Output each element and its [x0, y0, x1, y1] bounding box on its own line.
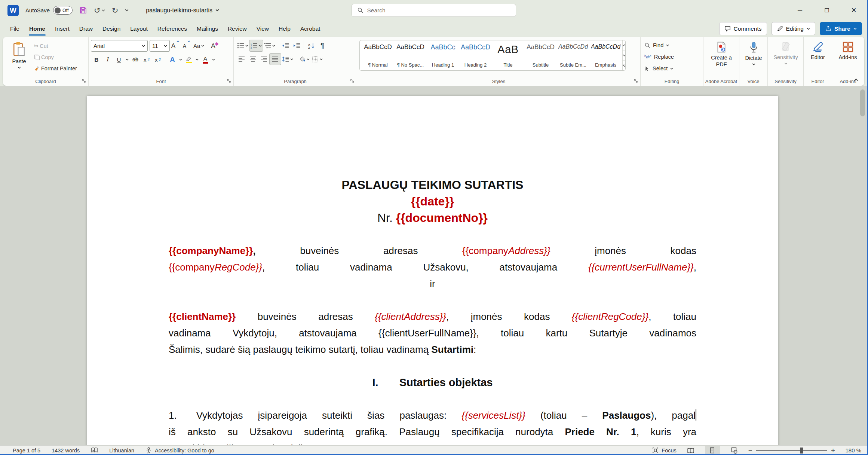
- tab-home[interactable]: Home: [24, 21, 50, 37]
- tab-design[interactable]: Design: [98, 21, 125, 37]
- redo-button[interactable]: ↻: [112, 6, 119, 14]
- shading-button[interactable]: [298, 54, 311, 65]
- tab-view[interactable]: View: [252, 21, 274, 37]
- bullets-button[interactable]: [236, 40, 249, 51]
- search-input[interactable]: [367, 7, 494, 14]
- tab-help[interactable]: Help: [274, 21, 295, 37]
- tab-acrobat[interactable]: Acrobat: [295, 21, 325, 37]
- underline-button[interactable]: U: [113, 54, 125, 65]
- justify-button[interactable]: [270, 54, 281, 65]
- tab-insert[interactable]: Insert: [50, 21, 74, 37]
- autosave-control[interactable]: AutoSave Off: [25, 6, 73, 15]
- tab-mailings[interactable]: Mailings: [192, 21, 223, 37]
- styles-dialog-launcher[interactable]: [634, 77, 638, 84]
- tab-file[interactable]: File: [5, 21, 24, 37]
- underline-options-button[interactable]: [125, 54, 130, 65]
- grow-font-button[interactable]: A: [170, 40, 181, 52]
- style-heading-2[interactable]: AaBbCcDHeading 2: [460, 43, 491, 69]
- text-effects-options-button[interactable]: [178, 54, 183, 65]
- zoom-in-button[interactable]: +: [831, 447, 835, 454]
- bold-button[interactable]: B: [91, 54, 102, 65]
- sort-button[interactable]: [306, 40, 317, 51]
- undo-button[interactable]: ↺: [94, 6, 105, 14]
- replace-button[interactable]: ᵇ⇄ᶜ Replace: [644, 52, 701, 62]
- borders-button[interactable]: [311, 54, 324, 65]
- editing-mode-button[interactable]: Editing: [772, 22, 815, 35]
- minimize-button[interactable]: ─: [786, 0, 813, 21]
- page-number-indicator[interactable]: Page 1 of 5: [13, 448, 40, 454]
- tab-layout[interactable]: Layout: [125, 21, 153, 37]
- change-case-button[interactable]: Aa: [192, 40, 205, 52]
- create-pdf-button[interactable]: Create a PDF: [706, 40, 737, 76]
- copy-button[interactable]: Copy: [33, 52, 55, 62]
- style-normal[interactable]: AaBbCcD¶ Normal: [362, 43, 394, 69]
- read-mode-button[interactable]: [683, 446, 698, 455]
- clipboard-dialog-launcher[interactable]: [82, 77, 86, 84]
- format-painter-button[interactable]: Format Painter: [33, 63, 78, 74]
- paragraph-dialog-launcher[interactable]: [350, 77, 355, 84]
- web-layout-button[interactable]: [727, 446, 742, 455]
- vertical-scrollbar[interactable]: [860, 89, 865, 116]
- zoom-slider-thumb[interactable]: [800, 448, 803, 454]
- styles-expand-gallery-button[interactable]: [623, 60, 626, 70]
- sensitivity-button[interactable]: Sensitivity: [770, 40, 801, 76]
- style-heading-1[interactable]: AaBbCcHeading 1: [427, 43, 459, 69]
- zoom-out-button[interactable]: −: [748, 447, 752, 454]
- collapse-ribbon-button[interactable]: [854, 76, 858, 83]
- subscript-button[interactable]: x2: [141, 54, 152, 65]
- align-left-button[interactable]: [236, 54, 247, 65]
- quick-access-overflow-button[interactable]: [125, 9, 129, 12]
- clear-formatting-button[interactable]: A: [209, 40, 220, 52]
- font-color-options-button[interactable]: [211, 54, 216, 65]
- superscript-button[interactable]: x2: [152, 54, 163, 65]
- highlight-button[interactable]: [183, 54, 194, 65]
- document-page[interactable]: PASLAUGŲ TEIKIMO SUTARTIS{{date}}Nr. {{d…: [87, 96, 778, 445]
- tab-review[interactable]: Review: [223, 21, 252, 37]
- shrink-font-button[interactable]: A: [181, 40, 192, 52]
- editor-button[interactable]: Editor: [806, 40, 830, 76]
- styles-scroll-down-button[interactable]: [623, 50, 626, 60]
- word-app-icon[interactable]: W: [7, 5, 19, 16]
- highlight-options-button[interactable]: [194, 54, 200, 65]
- autosave-toggle[interactable]: Off: [53, 6, 73, 15]
- find-button[interactable]: Find: [644, 40, 701, 51]
- share-button[interactable]: Share: [820, 22, 862, 35]
- addins-button[interactable]: Add-ins: [834, 40, 861, 76]
- style-no-spac[interactable]: AaBbCcD¶ No Spac...: [395, 43, 426, 69]
- cut-button[interactable]: ✂ Cut: [33, 41, 49, 51]
- comments-button[interactable]: Comments: [719, 22, 767, 35]
- focus-mode-button[interactable]: Focus: [652, 447, 677, 454]
- style-title[interactable]: AaBTitle: [492, 43, 524, 69]
- strikethrough-button[interactable]: ab: [130, 54, 141, 65]
- spell-check-indicator[interactable]: [91, 447, 98, 454]
- search-bar[interactable]: [352, 4, 516, 17]
- style-subtitle[interactable]: AaBbCcDSubtitle: [525, 43, 556, 69]
- font-size-combobox[interactable]: 11: [150, 40, 170, 52]
- decrease-indent-button[interactable]: [280, 40, 291, 51]
- tab-references[interactable]: References: [153, 21, 192, 37]
- paste-button[interactable]: Paste: [7, 40, 31, 76]
- numbering-button[interactable]: [249, 40, 263, 51]
- align-center-button[interactable]: [247, 54, 258, 65]
- text-effects-button[interactable]: A: [167, 54, 178, 65]
- save-button[interactable]: [79, 6, 87, 14]
- maximize-button[interactable]: ☐: [813, 0, 840, 21]
- select-button[interactable]: Select: [644, 63, 701, 74]
- print-layout-button[interactable]: [705, 446, 720, 455]
- language-indicator[interactable]: Lithuanian: [109, 448, 134, 454]
- font-name-combobox[interactable]: Arial: [91, 40, 148, 52]
- style-subtle-em[interactable]: AaBbCcDdSubtle Em...: [557, 43, 589, 69]
- font-dialog-launcher[interactable]: [227, 77, 231, 84]
- dictate-button[interactable]: Dictate: [742, 40, 766, 76]
- align-right-button[interactable]: [258, 54, 270, 65]
- multilevel-list-button[interactable]: [263, 40, 276, 51]
- document-title[interactable]: paslaugu-teikimo-sutartis: [146, 7, 219, 14]
- zoom-level[interactable]: 180 %: [842, 447, 861, 454]
- italic-button[interactable]: I: [102, 54, 113, 65]
- font-color-button[interactable]: A: [200, 54, 211, 65]
- style-emphasis[interactable]: AaBbCcDdEmphasis: [590, 43, 622, 69]
- close-button[interactable]: ✕: [840, 0, 867, 21]
- zoom-slider[interactable]: [756, 450, 827, 451]
- word-count-indicator[interactable]: 1432 words: [52, 448, 80, 454]
- accessibility-indicator[interactable]: Accessibility: Good to go: [145, 447, 214, 454]
